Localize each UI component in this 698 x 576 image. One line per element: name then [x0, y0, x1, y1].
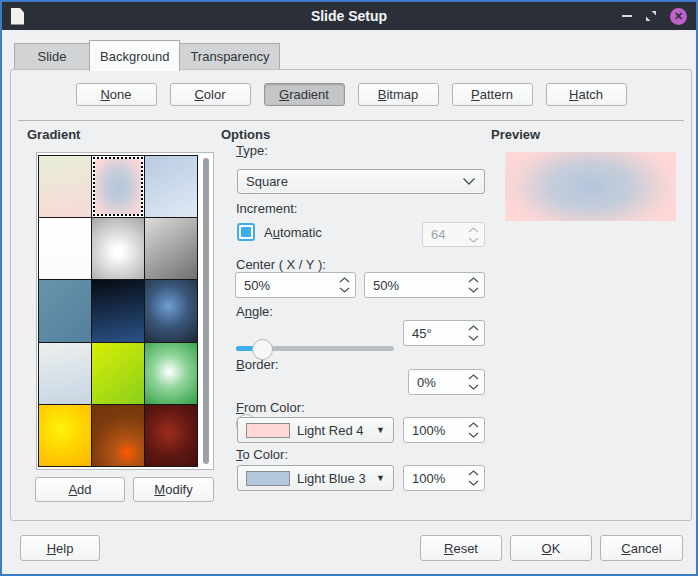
gradient-section-header: Gradient: [27, 127, 80, 142]
center-xy-label: Center ( X / Y ):: [236, 257, 326, 272]
type-value: Square: [246, 174, 288, 189]
tab-background[interactable]: Background: [89, 40, 180, 71]
angle-spinner[interactable]: [403, 320, 485, 346]
increment-input: [431, 227, 464, 242]
spin-down-icon: [468, 287, 479, 293]
spin-up-icon: [468, 422, 479, 428]
background-tab-panel: None Color Gradient Bitmap Pattern Hatch…: [10, 69, 692, 521]
gradient-swatch[interactable]: [39, 156, 91, 217]
from-color-name: Light Red 4: [297, 423, 364, 438]
dropdown-arrow-icon: ▼: [376, 425, 385, 435]
gradient-swatch[interactable]: [92, 280, 144, 341]
gradient-list: [36, 152, 214, 470]
spin-up-icon: [468, 227, 479, 233]
spin-down-icon: [468, 480, 479, 486]
spin-up-icon: [339, 277, 350, 283]
angle-input[interactable]: [412, 326, 464, 341]
fill-none-button[interactable]: None: [76, 83, 157, 106]
reset-button[interactable]: Reset: [420, 535, 502, 561]
to-color-swatch: [246, 471, 290, 486]
separator: [18, 120, 684, 121]
fill-gradient-button[interactable]: Gradient: [264, 83, 345, 106]
center-x-spinner[interactable]: [235, 272, 356, 298]
gradient-swatch[interactable]: [145, 343, 197, 404]
to-color-name: Light Blue 3: [297, 471, 366, 486]
spin-up-icon: [468, 470, 479, 476]
spin-down-icon: [468, 432, 479, 438]
tab-bar: Slide Background Transparency: [14, 43, 279, 69]
to-color-opacity-spinner[interactable]: [403, 465, 485, 491]
to-color-dropdown[interactable]: Light Blue 3 ▼: [237, 465, 394, 491]
scrollbar-track[interactable]: [198, 155, 212, 467]
border-label: Border:: [236, 357, 279, 372]
restore-icon[interactable]: [645, 10, 657, 22]
type-label: Type:: [236, 143, 268, 158]
from-color-opacity-spinner[interactable]: [403, 417, 485, 443]
fill-hatch-button[interactable]: Hatch: [546, 83, 627, 106]
to-color-opacity-input[interactable]: [412, 471, 464, 486]
gradient-swatch[interactable]: [92, 405, 144, 466]
automatic-label: Automatic: [264, 225, 322, 240]
checkbox-checked-mark: [241, 227, 251, 237]
gradient-swatch[interactable]: [39, 343, 91, 404]
angle-label: Angle:: [236, 304, 273, 319]
spin-up-icon: [468, 374, 479, 380]
tab-slide[interactable]: Slide: [14, 43, 90, 69]
spin-up-icon: [468, 277, 479, 283]
gradient-swatch[interactable]: [39, 280, 91, 341]
titlebar[interactable]: Slide Setup ✕: [2, 2, 696, 30]
border-spinner[interactable]: [408, 369, 485, 395]
automatic-checkbox[interactable]: [237, 223, 255, 241]
center-x-input[interactable]: [244, 278, 335, 293]
from-color-label: From Color:: [236, 400, 305, 415]
window-title: Slide Setup: [2, 8, 696, 24]
increment-label: Increment:: [236, 201, 297, 216]
gradient-swatch[interactable]: [92, 343, 144, 404]
gradient-preview: [505, 152, 676, 221]
tab-transparency[interactable]: Transparency: [179, 43, 280, 69]
cancel-button[interactable]: Cancel: [600, 535, 683, 561]
help-button[interactable]: Help: [20, 535, 100, 561]
to-color-label: To Color:: [236, 447, 288, 462]
fill-bitmap-button[interactable]: Bitmap: [358, 83, 439, 106]
minimize-icon[interactable]: [622, 15, 632, 17]
add-button[interactable]: Add: [35, 477, 125, 502]
chevron-down-icon: [462, 177, 476, 186]
ok-button[interactable]: OK: [510, 535, 592, 561]
from-color-opacity-input[interactable]: [412, 423, 464, 438]
gradient-swatch[interactable]: [145, 218, 197, 279]
fill-color-button[interactable]: Color: [170, 83, 251, 106]
spin-up-icon: [468, 325, 479, 331]
spin-down-icon: [468, 384, 479, 390]
spin-down-icon: [468, 237, 479, 243]
gradient-swatch[interactable]: [145, 156, 197, 217]
gradient-swatch-selected[interactable]: [92, 156, 144, 217]
gradient-swatch[interactable]: [145, 405, 197, 466]
type-combobox[interactable]: Square: [237, 169, 485, 194]
options-section-header: Options: [221, 127, 270, 142]
fill-pattern-button[interactable]: Pattern: [452, 83, 533, 106]
gradient-swatch[interactable]: [145, 280, 197, 341]
close-icon[interactable]: ✕: [670, 8, 687, 25]
scrollbar-thumb[interactable]: [203, 158, 209, 464]
spin-down-icon: [468, 335, 479, 341]
preview-section-header: Preview: [491, 127, 540, 142]
gradient-swatch[interactable]: [39, 405, 91, 466]
border-input[interactable]: [417, 375, 464, 390]
gradient-swatch[interactable]: [92, 218, 144, 279]
modify-button[interactable]: Modify: [133, 477, 214, 502]
from-color-dropdown[interactable]: Light Red 4 ▼: [237, 417, 394, 443]
gradient-swatch[interactable]: [39, 218, 91, 279]
spin-down-icon: [339, 287, 350, 293]
dropdown-arrow-icon: ▼: [376, 473, 385, 483]
slide-setup-dialog: Slide Setup ✕ Slide Background Transpare…: [0, 0, 698, 576]
fill-type-buttons: None Color Gradient Bitmap Pattern Hatch: [11, 83, 691, 106]
gradient-swatch-grid: [38, 155, 198, 467]
increment-spinner: [422, 222, 485, 247]
from-color-swatch: [246, 423, 290, 438]
center-y-input[interactable]: [373, 278, 464, 293]
center-y-spinner[interactable]: [364, 272, 485, 298]
